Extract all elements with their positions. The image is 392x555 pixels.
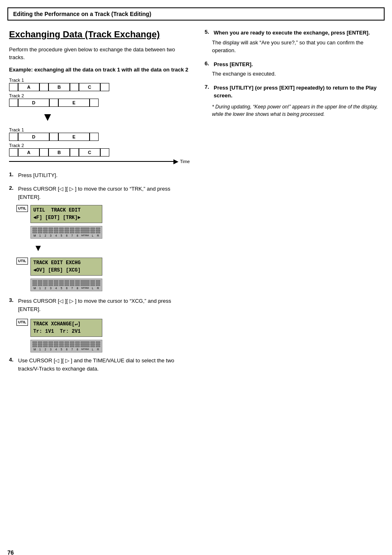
t2a-cB: B bbox=[48, 148, 70, 157]
lcd-3: TRACK XCHANGE[↵] Tr: 1V1 Tr: 2V1 bbox=[30, 319, 102, 337]
step-2: 2. Press CURSOR [◁ ][ ▷ ] to move the cu… bbox=[9, 185, 190, 291]
step-6-text: Press [ENTER]. bbox=[214, 60, 253, 69]
step-6-header: 6. Press [ENTER]. bbox=[205, 60, 383, 69]
lcd-2: TRACK EDIT EXCHG ◄OV] [ERS] [XCG] bbox=[30, 258, 102, 276]
util-label-1: UTIL bbox=[16, 205, 28, 212]
header-bar: Editing the Performance on a Track (Trac… bbox=[7, 7, 385, 21]
t1b-c3 bbox=[100, 83, 109, 91]
right-column: 5. When you are ready to execute the exc… bbox=[196, 21, 385, 387]
util-label-2: UTIL bbox=[16, 258, 28, 265]
step-5-sub: The display will ask “Are you sure?,” so… bbox=[212, 39, 383, 55]
step-4-number: 4. bbox=[9, 357, 16, 363]
step-7-note: * During updating, “Keep power on!” appe… bbox=[212, 103, 383, 118]
t1b-c2 bbox=[70, 83, 79, 91]
step-2-header: 2. Press CURSOR [◁ ][ ▷ ] to move the cu… bbox=[9, 185, 190, 201]
step-4-header: 4. Use CURSOR [◁ ][ ▷ ] and the TIME/VAL… bbox=[9, 357, 190, 373]
track1-before-label: Track 1 bbox=[9, 78, 190, 83]
lcd-1: UTIL TRACK EDIT ◄F] [EDT] [TRK]► bbox=[30, 205, 102, 223]
t1b-c1 bbox=[39, 83, 48, 91]
meter-col-8 bbox=[75, 228, 80, 233]
step-6-sub: The exchange is executed. bbox=[212, 70, 383, 78]
step-3-header: 3. Press CURSOR [◁ ][ ▷ ] to move the cu… bbox=[9, 297, 190, 313]
step2-arrow: ▼ bbox=[34, 243, 190, 253]
t1a-c2 bbox=[90, 133, 99, 141]
t1b-cC: C bbox=[79, 83, 100, 91]
t2b-cD: D bbox=[18, 99, 49, 107]
meter-labels-3: M 1 2 3 4 5 6 7 8 MTRM L bbox=[32, 348, 100, 351]
track2-after-label: Track 2 bbox=[9, 143, 190, 148]
track1-after-bars: D E bbox=[9, 133, 190, 141]
step-1-header: 1. Press [UTILITY]. bbox=[9, 171, 190, 180]
step-7-header: 7. Press [UTILITY] (or press [EXIT] repe… bbox=[205, 84, 383, 100]
step-2-number: 2. bbox=[9, 185, 16, 191]
lcd-1-line1: UTIL TRACK EDIT bbox=[33, 207, 99, 214]
page-number: 76 bbox=[7, 549, 14, 555]
track1-before-bars: A B C bbox=[9, 83, 190, 91]
t2b-c2 bbox=[90, 99, 99, 107]
track2-before-label: Track 2 bbox=[9, 93, 190, 98]
util-label-3: UTIL bbox=[16, 319, 28, 326]
t1b-c0 bbox=[9, 83, 18, 91]
meter-bars-2 bbox=[32, 280, 100, 286]
step-5: 5. When you are ready to execute the exc… bbox=[205, 29, 383, 55]
meter-col-2 bbox=[43, 228, 48, 233]
content-area: Exchanging Data (Track Exchange) Perform… bbox=[7, 21, 385, 387]
t2a-c3 bbox=[100, 148, 109, 157]
meter-labels-2: M 1 2 3 4 5 6 7 8 MTRM L bbox=[32, 287, 100, 290]
arrow-down-2-icon: ▼ bbox=[34, 243, 43, 253]
meter-bars-1 bbox=[32, 228, 100, 233]
step-7: 7. Press [UTILITY] (or press [EXIT] repe… bbox=[205, 84, 383, 118]
step-6: 6. Press [ENTER]. The exchange is execut… bbox=[205, 60, 383, 78]
step-1-text: Press [UTILITY]. bbox=[18, 171, 58, 180]
t2b-c0 bbox=[9, 99, 18, 107]
arrow-down-block: ▼ bbox=[9, 110, 190, 124]
t1b-cB: B bbox=[48, 83, 70, 91]
time-row: ▶ Time bbox=[9, 158, 190, 165]
track2-before-bars: D E bbox=[9, 99, 190, 107]
meter-col-0 bbox=[32, 228, 37, 233]
track-diagram: Track 1 A B C Track 2 bbox=[9, 78, 190, 165]
t1b-cA: A bbox=[18, 83, 39, 91]
t2a-c1 bbox=[39, 148, 48, 157]
lcd-2-line2: ◄OV] [ERS] [XCG] bbox=[33, 267, 99, 274]
t1a-c0 bbox=[9, 133, 18, 141]
meter-col-7 bbox=[70, 228, 74, 233]
section-title: Exchanging Data (Track Exchange) bbox=[9, 29, 190, 41]
t2a-c0 bbox=[9, 148, 18, 157]
step-3: 3. Press CURSOR [◁ ][ ▷ ] to move the cu… bbox=[9, 297, 190, 313]
time-arrow-icon: ▶ bbox=[173, 158, 178, 165]
step-3-number: 3. bbox=[9, 297, 16, 303]
lcd-2-line1: TRACK EDIT EXCHG bbox=[33, 259, 99, 267]
example-label: Example: exchanging all the data on trac… bbox=[9, 66, 190, 74]
meter-col-6 bbox=[65, 228, 69, 233]
lcd-3-line1: TRACK XCHANGE[↵] bbox=[33, 320, 99, 328]
meter-col-1 bbox=[38, 228, 42, 233]
meter-col-9 bbox=[81, 228, 90, 233]
step-5-header: 5. When you are ready to execute the exc… bbox=[205, 29, 383, 37]
t1a-cD: D bbox=[18, 133, 49, 141]
time-line bbox=[9, 161, 173, 162]
display-1-device: UTIL UTIL TRACK EDIT ◄F] [EDT] [TRK]► bbox=[16, 205, 190, 239]
display-3-device: UTIL TRACK XCHANGE[↵] Tr: 1V1 Tr: 2V1 bbox=[16, 319, 190, 352]
track2-after-bars: A B C bbox=[9, 148, 190, 157]
display-2-device: UTIL TRACK EDIT EXCHG ◄OV] [ERS] [XCG] bbox=[16, 258, 190, 291]
track1-after-label: Track 1 bbox=[9, 127, 190, 132]
meter-labels-1: M 1 2 3 4 5 6 7 8 MTRM L bbox=[32, 234, 100, 237]
step-4-text: Use CURSOR [◁ ][ ▷ ] and the TIME/VALUE … bbox=[18, 357, 190, 373]
meter-bars-3 bbox=[32, 341, 100, 347]
t2a-cC: C bbox=[79, 148, 100, 157]
arrow-down-icon: ▼ bbox=[42, 111, 53, 123]
lcd-1-line2: ◄F] [EDT] [TRK]► bbox=[33, 214, 99, 221]
step-4: UTIL TRACK XCHANGE[↵] Tr: 1V1 Tr: 2V1 bbox=[9, 319, 190, 373]
t1a-c1 bbox=[49, 133, 58, 141]
left-column: Exchanging Data (Track Exchange) Perform… bbox=[7, 21, 196, 387]
t1a-cE: E bbox=[58, 133, 90, 141]
meter-strip-2: M 1 2 3 4 5 6 7 8 MTRM L bbox=[30, 279, 102, 291]
intro-text: Perform the procedure given below to exc… bbox=[9, 46, 190, 62]
step-3-text: Press CURSOR [◁ ][ ▷ ] to move the curso… bbox=[18, 297, 190, 313]
page-wrapper: Editing the Performance on a Track (Trac… bbox=[0, 7, 392, 555]
step-7-text: Press [UTILITY] (or press [EXIT] repeate… bbox=[214, 84, 383, 100]
meter-strip-3: M 1 2 3 4 5 6 7 8 MTRM L bbox=[30, 340, 102, 352]
step-7-number: 7. bbox=[205, 84, 212, 90]
lcd-3-line2: Tr: 1V1 Tr: 2V1 bbox=[33, 328, 99, 335]
